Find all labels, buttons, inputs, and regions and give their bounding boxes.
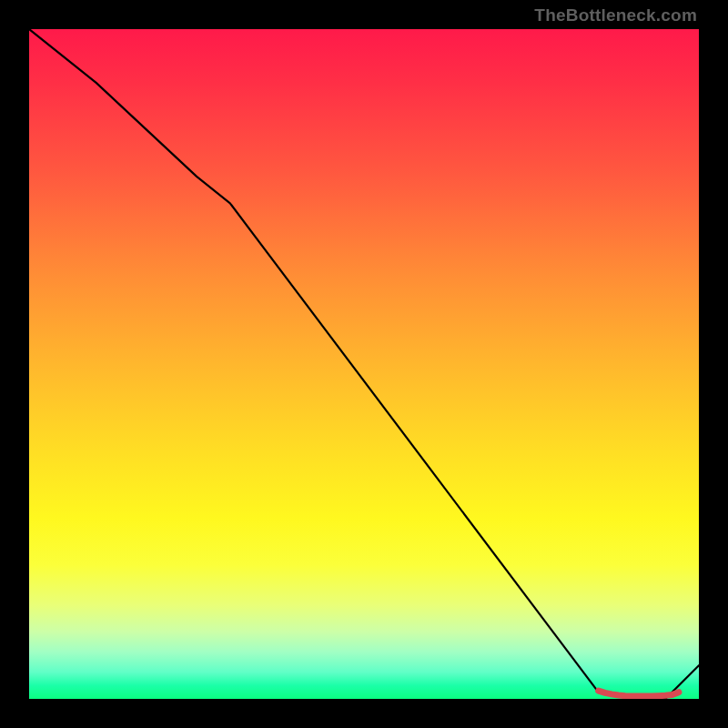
series-curve <box>29 29 699 699</box>
chart-svg <box>29 29 699 699</box>
plot-area <box>29 29 699 699</box>
watermark-text: TheBottleneck.com <box>534 5 697 25</box>
series-marker-band <box>599 691 679 696</box>
chart-frame: TheBottleneck.com <box>0 0 728 728</box>
